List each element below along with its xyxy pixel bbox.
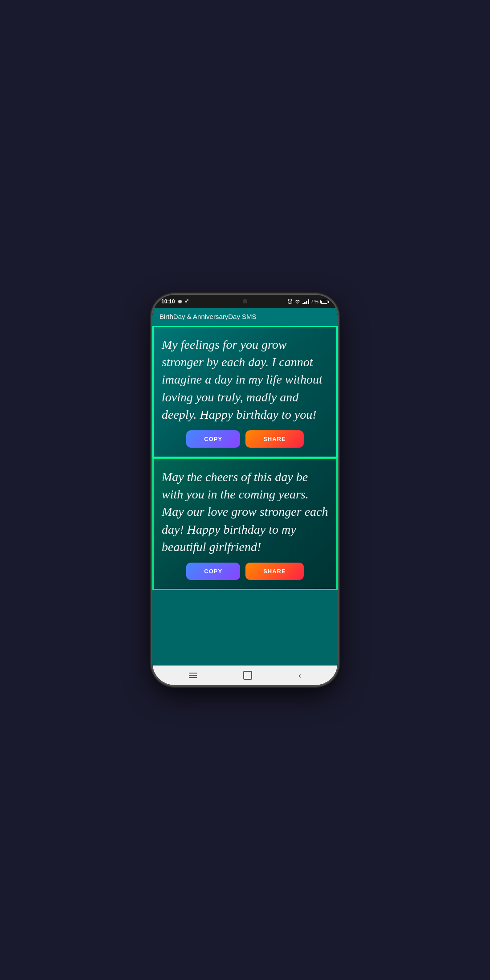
recent-apps-button[interactable] <box>189 673 197 678</box>
app-title: BirthDay & AnniversaryDay SMS <box>159 313 257 320</box>
share-button-2[interactable]: SHARE <box>245 563 304 580</box>
back-button[interactable]: ‹ <box>298 671 301 680</box>
app-content[interactable]: BirthDay & AnniversaryDay SMS My feeling… <box>152 308 338 666</box>
card-1-buttons: COPY SHARE <box>154 430 336 457</box>
message-text-2: May the cheers of this day be with you i… <box>154 459 336 563</box>
navigation-bar: ‹ <box>152 666 338 685</box>
wifi-icon <box>294 299 301 304</box>
alarm-icon <box>287 299 293 304</box>
camera-cutout <box>243 299 247 303</box>
svg-point-0 <box>178 300 182 303</box>
battery-icon <box>320 300 329 304</box>
status-left: 10:10 <box>161 298 190 305</box>
screen: 10:10 <box>152 295 338 685</box>
svg-rect-2 <box>187 299 188 301</box>
status-time: 10:10 <box>161 298 175 305</box>
app-header: BirthDay & AnniversaryDay SMS <box>152 308 338 326</box>
battery-percent: 7 % <box>311 299 318 304</box>
message-text-1: My feelings for you grow stronger by eac… <box>154 327 336 430</box>
message-card-1: My feelings for you grow stronger by eac… <box>152 326 338 458</box>
notification-dot-icon <box>178 299 182 304</box>
phone-frame: 10:10 <box>151 294 339 686</box>
home-button[interactable] <box>243 671 252 680</box>
signal-bars-icon <box>302 299 309 304</box>
share-button-1[interactable]: SHARE <box>245 430 304 448</box>
copy-button-2[interactable]: COPY <box>186 563 240 580</box>
copy-button-1[interactable]: COPY <box>186 430 240 448</box>
svg-line-6 <box>288 299 289 300</box>
notch <box>223 295 267 307</box>
svg-line-7 <box>291 299 292 300</box>
message-card-2: May the cheers of this day be with you i… <box>152 458 338 590</box>
card-2-buttons: COPY SHARE <box>154 563 336 589</box>
slack-icon <box>185 299 190 304</box>
status-icons: 7 % <box>287 299 329 304</box>
